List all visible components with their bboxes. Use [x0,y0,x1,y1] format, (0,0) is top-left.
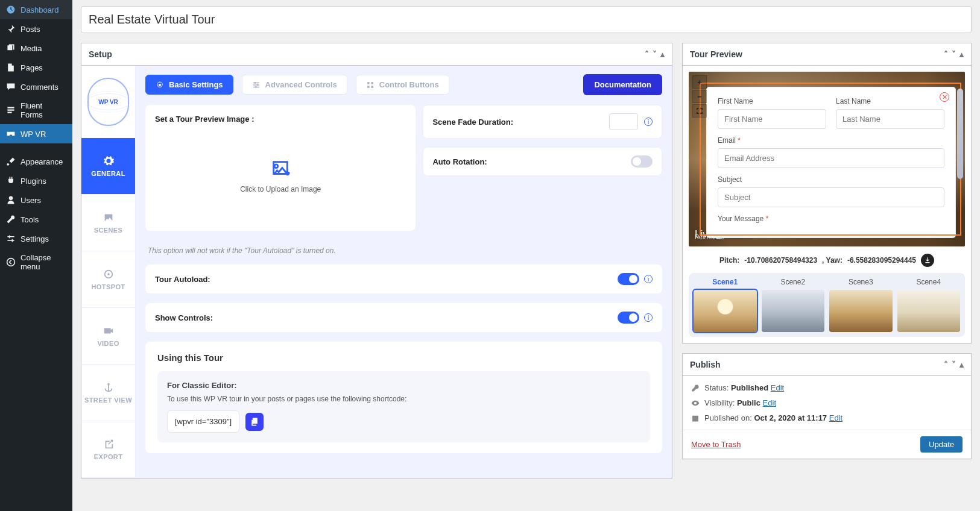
gauge-icon [6,5,16,14]
sidebar-item-media[interactable]: Media [0,39,72,58]
sidebar-item-tools[interactable]: Tools [0,210,72,229]
panel-up-icon[interactable]: ˄ [944,49,948,59]
sidebar-item-appearance[interactable]: Appearance [0,152,72,171]
pitch-yaw-readout: Pitch: -10.708620758494323, Yaw: -6.5582… [689,246,965,273]
panorama-viewer[interactable]: + − ✕ First Name [689,72,965,246]
sidebar-item-comments[interactable]: Comments [0,77,72,96]
fade-duration-input[interactable] [609,113,638,130]
svg-rect-10 [371,86,373,88]
calendar-icon [691,414,700,422]
sidebar-item-pages[interactable]: Pages [0,58,72,77]
tour-autoload-toggle[interactable] [618,273,639,285]
sidebar-item-plugins[interactable]: Plugins [0,171,72,190]
publish-title: Publish [690,360,721,369]
brush-icon [6,157,16,166]
pill-label: Advanced Controls [265,80,337,89]
sidebar-item-users[interactable]: Users [0,190,72,210]
info-icon[interactable]: i [644,275,653,283]
sidebar-item-label: Settings [21,234,49,243]
tab-general[interactable]: GENERAL [81,138,135,195]
svg-point-0 [7,259,15,266]
zoom-out-button[interactable]: − [692,90,707,103]
publish-status-row: Status: Published Edit [691,383,963,392]
gear-icon [103,155,114,166]
documentation-button[interactable]: Documentation [583,74,662,95]
panel-toggle-icon[interactable]: ▴ [959,360,964,369]
tab-hotspot[interactable]: HOTSPOT [81,251,135,308]
panel-down-icon[interactable]: ˅ [653,49,657,59]
sidebar-item-label: Appearance [21,157,63,166]
publish-date-row: Published on: Oct 2, 2020 at 11:17 Edit [691,413,963,422]
scene-label: Scene1 [694,278,757,286]
using-title: Using this Tour [157,353,650,363]
tab-street-view[interactable]: STREET VIEW [81,365,135,421]
tab-export[interactable]: EXPORT [81,421,135,478]
target-icon [103,269,114,280]
tab-scenes[interactable]: SCENES [81,195,135,251]
shortcode-field[interactable]: [wpvr id="3309"] [167,410,239,433]
scene-4[interactable]: Scene4 [897,278,961,332]
setup-header: Setup ˄ ˅ ▴ [81,43,672,66]
auto-rotation-toggle[interactable] [631,155,653,168]
pill-label: Basic Settings [169,80,223,89]
panel-toggle-icon[interactable]: ▴ [660,49,665,59]
download-coords-button[interactable] [921,254,934,267]
show-controls-toggle[interactable] [618,312,639,324]
svg-point-2 [107,273,110,275]
modal-scrollbar[interactable] [955,87,965,236]
scene-1[interactable]: Scene1 [694,278,757,332]
pill-advanced-controls[interactable]: Advanced Controls [242,75,347,95]
tour-title-input[interactable] [81,6,972,33]
gear-icon [156,81,164,89]
scene-label: Scene3 [829,278,893,286]
edit-visibility-link[interactable]: Edit [763,398,776,407]
scene-thumb [897,290,961,332]
edit-date-link[interactable]: Edit [829,413,842,422]
user-icon [6,195,16,205]
sidebar-item-wpvr[interactable]: WP VR [0,124,72,143]
preview-image-label: Set a Tour Preview Image : [155,114,406,124]
panel-down-icon[interactable]: ˅ [952,360,956,369]
info-icon[interactable]: i [644,118,653,126]
setup-title: Setup [89,49,112,59]
sliders-icon [252,81,261,89]
move-to-trash-link[interactable]: Move to Trash [691,440,741,449]
panel-up-icon[interactable]: ˄ [944,360,948,369]
panel-down-icon[interactable]: ˅ [952,49,956,59]
sidebar-item-dashboard[interactable]: Dashboard [0,0,72,19]
download-icon [924,257,931,264]
zoom-in-button[interactable]: + [692,75,707,89]
sidebar-item-fluent-forms[interactable]: Fluent Forms [0,96,72,124]
collapse-icon [6,257,16,267]
svg-point-4 [254,82,256,84]
tab-label: GENERAL [91,170,125,177]
panel-toggle-icon[interactable]: ▴ [959,49,964,59]
sidebar-item-label: Comments [21,83,58,92]
scene-2[interactable]: Scene2 [762,278,825,332]
copy-shortcode-button[interactable] [245,413,264,431]
pill-control-buttons[interactable]: Control Buttons [356,75,449,95]
scene-3[interactable]: Scene3 [829,278,893,332]
scene-thumb [762,290,825,332]
pill-basic-settings[interactable]: Basic Settings [145,75,233,95]
export-icon [103,439,114,450]
update-button[interactable]: Update [920,436,963,453]
panel-up-icon[interactable]: ˄ [645,49,649,59]
svg-point-6 [254,86,256,88]
sidebar-item-settings[interactable]: Settings [0,229,72,248]
tab-video[interactable]: VIDEO [81,308,135,365]
pill-label: Control Buttons [379,80,439,89]
edit-status-link[interactable]: Edit [771,383,784,392]
svg-rect-9 [367,86,370,88]
svg-rect-7 [367,82,370,84]
upload-image-icon [270,158,291,179]
sidebar-item-collapse[interactable]: Collapse menu [0,248,72,276]
comment-icon [6,82,16,92]
anchor-icon [103,382,114,393]
fullscreen-button[interactable] [692,104,707,118]
sidebar-item-posts[interactable]: Posts [0,19,72,39]
upload-preview-image[interactable]: Click to Upload an Image [155,131,406,221]
info-icon[interactable]: i [644,313,653,322]
scene-thumbnails: Scene1 Scene2 Scene3 Scene4 [689,273,965,337]
sidebar-item-label: Tools [21,215,39,224]
